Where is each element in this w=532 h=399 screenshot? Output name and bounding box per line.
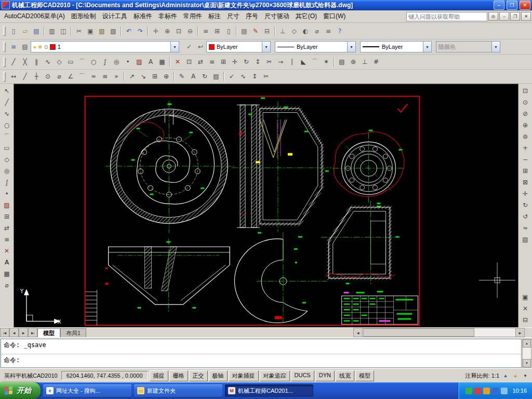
annotation-autoscale-icon[interactable]: ▲	[511, 371, 520, 380]
offset-button[interactable]: ≡	[1, 234, 12, 245]
dim-linear-button[interactable]: ↔	[8, 71, 19, 82]
lineweight-dropdown[interactable]: ByLayer ▼	[360, 41, 432, 52]
clock[interactable]: 10:16	[512, 388, 527, 394]
plot-button[interactable]: ▥	[46, 25, 58, 36]
mirror-button[interactable]: ⇄	[1, 222, 12, 234]
menu-item[interactable]: 非标件	[155, 10, 180, 22]
zoom-window-button[interactable]: ⊡	[520, 85, 531, 97]
make-object-layer-current-button[interactable]: ✓	[183, 42, 195, 52]
mdi-close-button[interactable]: ✕	[521, 12, 531, 21]
status-toggle[interactable]: 对象捕捉	[229, 370, 259, 381]
leader-button[interactable]: ↗	[126, 71, 138, 82]
close-button[interactable]: ✕	[520, 1, 530, 10]
polygon-button[interactable]: ◇	[1, 154, 12, 165]
list-button[interactable]: ≡	[323, 25, 334, 36]
hatch-button[interactable]: ▨	[134, 57, 145, 68]
zoom-dynamic-button[interactable]: ⊙	[520, 97, 531, 108]
center-mark-button[interactable]: ⊕	[161, 71, 172, 82]
save-button[interactable]: ▤	[31, 25, 42, 36]
menu-item[interactable]: 尺寸	[224, 10, 243, 22]
horizontal-scrollbar[interactable]: ◀ ▶	[353, 328, 525, 337]
erase-button[interactable]: ✕	[1, 245, 12, 257]
taskbar-task-button[interactable]: M 机械工程师CAD201...	[225, 384, 313, 397]
dim-angular-button[interactable]: ∠	[65, 71, 76, 82]
sheet-set-button[interactable]: ▤	[238, 25, 250, 36]
chamfer-button[interactable]: ◣	[298, 57, 309, 68]
dim-edit-button[interactable]: ✎	[176, 71, 188, 82]
dim-diameter-button[interactable]: ⌀	[54, 71, 65, 82]
grid-settings-button[interactable]: #	[370, 57, 382, 68]
annotation-scale-label[interactable]: 注释比例: 1:1	[466, 372, 499, 380]
scroll-down-icon[interactable]: ▼	[523, 359, 531, 367]
zoom-object-button[interactable]: ⊚	[520, 131, 531, 142]
named-view-button[interactable]: ▤	[520, 234, 531, 245]
ortho-settings-button[interactable]: ⊥	[359, 57, 370, 68]
maximize-button[interactable]: ❐	[507, 1, 517, 10]
polyline-button[interactable]: ∿	[42, 57, 54, 68]
qcalc-button[interactable]: ⊟	[261, 25, 273, 36]
line-button[interactable]: ╱	[1, 97, 12, 108]
mirror-button[interactable]: ⇄	[195, 57, 206, 68]
status-toggle[interactable]: DYN	[315, 370, 335, 381]
menu-item[interactable]: 标准件	[130, 10, 155, 22]
polygon-button[interactable]: ◇	[54, 57, 65, 68]
dim-aligned-button[interactable]: ╱	[19, 71, 31, 82]
dim-continue-button[interactable]: »	[111, 71, 122, 82]
copy-button[interactable]: ▣	[85, 25, 96, 36]
pan-button[interactable]: ✛	[150, 25, 162, 36]
spline-button[interactable]: ∫	[99, 57, 111, 68]
rotate-button[interactable]: ↻	[241, 57, 252, 68]
chevron-down-icon[interactable]: ▼	[423, 42, 431, 52]
status-toggle[interactable]: 正交	[189, 370, 208, 381]
text-button[interactable]: A	[1, 257, 12, 268]
dim-arc-button[interactable]: ⌒	[76, 71, 88, 82]
volume-icon[interactable]	[492, 388, 499, 394]
scrollbar-track[interactable]	[523, 348, 531, 359]
scroll-right-icon[interactable]: ▶	[515, 328, 525, 337]
calculator-button[interactable]: ⊟	[520, 314, 531, 326]
status-toggle[interactable]: 捕捉	[150, 370, 168, 381]
trim-button[interactable]: ✂	[263, 57, 275, 68]
properties-button[interactable]: ≡	[200, 25, 211, 36]
layer-manager-button[interactable]: ≡	[8, 42, 19, 52]
status-toggle[interactable]: 对象追踪	[260, 370, 290, 381]
dim-baseline-button[interactable]: ≡	[99, 71, 111, 82]
erase-button[interactable]: ✕	[172, 57, 183, 68]
drawing-area[interactable]: Y X	[14, 84, 518, 327]
redraw-button[interactable]: ↺	[520, 211, 531, 222]
toolbar-grip[interactable]	[3, 42, 6, 52]
status-menu-arrow-icon[interactable]: ▾	[521, 371, 530, 380]
paste-button[interactable]: ▧	[96, 25, 108, 36]
osnap-settings-button[interactable]: ⊛	[348, 57, 359, 68]
drawing-canvas[interactable]: Y X	[14, 84, 518, 327]
point-button[interactable]: •	[122, 57, 134, 68]
orbit-button[interactable]: ↻	[520, 200, 531, 211]
mline-button[interactable]: ∥	[31, 57, 42, 68]
scrollbar-track[interactable]	[363, 328, 515, 337]
qdim-button[interactable]: ≈	[88, 71, 99, 82]
security-icon[interactable]	[474, 388, 481, 394]
tab-nav-button[interactable]: ◀	[9, 328, 19, 337]
tolerance-button[interactable]: ⊞	[149, 71, 161, 82]
menu-item[interactable]: 设计工具	[99, 10, 130, 22]
ellipse-button[interactable]: ◎	[111, 57, 122, 68]
taskbar-task-button[interactable]: e 网址大全 - 搜狗...	[43, 384, 131, 397]
markup-button[interactable]: ✎	[250, 25, 261, 36]
ellipse-button[interactable]: ◎	[1, 165, 12, 177]
dim-text-edit-button[interactable]: A	[188, 71, 199, 82]
zoom-center-button[interactable]: ⊕	[520, 119, 531, 131]
match-properties-button[interactable]: ▨	[108, 25, 119, 36]
point-button[interactable]: •	[1, 188, 12, 200]
toolbar-grip[interactable]	[3, 72, 6, 82]
status-toggle[interactable]: DUCS	[291, 370, 314, 381]
tab-nav-button[interactable]: |◀	[0, 328, 9, 337]
line-button[interactable]: ╱	[8, 57, 19, 68]
mdi-restore-button[interactable]: ❐	[510, 12, 520, 21]
offset-button[interactable]: ≡	[206, 57, 218, 68]
explode-button[interactable]: ✶	[321, 57, 332, 68]
extend-button[interactable]: →	[275, 57, 286, 68]
xline-button[interactable]: ╳	[19, 57, 31, 68]
dim-ordinate-button[interactable]: ┼	[31, 71, 42, 82]
chevron-down-icon[interactable]: ▼	[347, 42, 355, 52]
scroll-left-icon[interactable]: ◀	[353, 328, 363, 337]
